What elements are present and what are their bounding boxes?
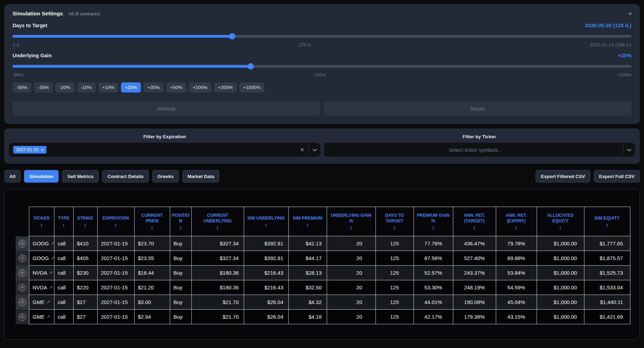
column-label: DAYS TO TARGET [378,213,412,224]
ticker-link[interactable]: GME↗ [33,299,50,305]
column-label: PREMIUM GAIN % [416,213,451,224]
sort-icon[interactable]: ▲▼ [265,223,267,228]
underlying-gain-slider[interactable] [13,63,631,69]
column-header-ann-ret-target[interactable]: ANN. RET. (TARGET)▲▼ [453,207,496,236]
column-header-allocated-equity[interactable]: ALLOCATED EQUITY▲▼ [537,207,584,236]
expiration-tag: 2027-01-15 ✕ [13,146,46,154]
clear-filter-icon[interactable]: ✕ [300,147,304,153]
sort-icon[interactable]: ▲▼ [393,226,396,230]
sort-icon[interactable]: ▲▼ [606,223,608,228]
ticker-link[interactable]: NVDA↗ [33,270,53,276]
column-header-position[interactable]: POSITION▲▼ [170,207,191,236]
preset-1000[interactable]: +1000% [240,82,265,92]
export-full-csv-button[interactable]: Export Full CSV [594,170,640,183]
cell-ann_ret_expiry: 45.04% [496,295,537,310]
tab-contract-details[interactable]: Contract Details [102,170,149,183]
ticker-link[interactable]: GME↗ [33,314,50,320]
sort-icon[interactable]: ▲▼ [306,223,309,228]
column-header-ticker[interactable]: TICKER▲▼ [29,207,54,236]
column-header-sim-premium[interactable]: SIM PREMIUM▲▼ [288,207,327,236]
cell-strike: $230 [73,266,97,280]
expand-row-button[interactable]: + [18,254,26,262]
plus-icon: + [20,285,24,290]
expand-row-button[interactable]: + [18,284,26,291]
cell-sim_underlying: $392.81 [244,236,288,251]
preset-10[interactable]: +10% [98,82,118,92]
export-filtered-csv-button[interactable]: Export Filtered CSV [536,170,590,183]
cell-type: call [54,310,73,324]
expand-row-button[interactable]: + [18,313,26,321]
remove-tag-icon[interactable]: ✕ [41,148,44,152]
tab-greeks[interactable]: Greeks [152,170,179,183]
ticker-link[interactable]: GOOG↗ [33,240,55,246]
column-header-current-prem[interactable]: CURRENT PREM▲▼ [134,207,170,236]
table-row: +NVDA↗call$2302027-01-15$18.44Buy$180.36… [16,266,630,280]
column-header-expiration[interactable]: EXPIRATION▲▼ [97,207,134,236]
ticker-link[interactable]: GOOG↗ [33,255,55,261]
column-header-current-underlying[interactable]: CURRENT UNDERLYING▲▼ [191,207,244,236]
tab-simulation[interactable]: Simulation [24,170,59,183]
column-header-ann-ret-expiry[interactable]: ANN. RET. (EXPIRY)▲▼ [496,207,537,236]
slider-thumb[interactable] [229,33,235,39]
reset-button[interactable]: Reset [324,102,632,116]
row-gutter: + [16,236,29,251]
preset-20[interactable]: -20% [55,82,74,92]
preset-20[interactable]: +20% [121,82,141,92]
column-label: ALLOCATED EQUITY [539,213,582,224]
sort-icon[interactable]: ▲▼ [151,226,153,230]
tab-all[interactable]: All [4,170,21,183]
preset-10[interactable]: -10% [77,82,96,92]
collapse-chevron-icon[interactable] [629,11,632,15]
cell-ann_ret_expiry: 53.84% [496,266,537,280]
sort-icon[interactable]: ▲▼ [432,226,434,230]
preset-50[interactable]: +50% [166,82,186,92]
expand-row-button[interactable]: + [18,269,26,277]
dropdown-chevron-icon[interactable] [627,147,631,151]
slider-track[interactable] [13,35,631,38]
tab-market-data[interactable]: Market Data [182,170,220,183]
preset-200[interactable]: +200% [214,82,236,92]
cell-current_prem: $2.94 [134,310,170,324]
sort-icon[interactable]: ▲▼ [115,223,117,228]
cell-sim_premium: $44.17 [288,251,327,266]
preset-35[interactable]: -35% [34,82,53,92]
page: Simulation Settings All (6 contracts) Da… [0,0,644,344]
column-header-underlying-gain[interactable]: UNDERLYING GAIN %▲▼ [327,207,376,236]
sort-icon[interactable]: ▲▼ [84,223,86,228]
preset-100[interactable]: +100% [189,82,211,92]
expand-row-button[interactable]: + [18,240,26,247]
column-header-days-to-target[interactable]: DAYS TO TARGET▲▼ [376,207,414,236]
preset-35[interactable]: +35% [144,82,164,92]
column-header-type[interactable]: TYPE▲▼ [54,207,73,236]
cell-premium_gain_pct: 53.30% [414,280,453,295]
cell-sim_equity: $1,421.69 [584,310,630,324]
expiration-select[interactable]: 2027-01-15 ✕ ✕ [9,143,320,157]
sort-icon[interactable]: ▲▼ [559,226,562,230]
external-link-icon: ↗ [46,314,50,319]
column-header-sim-equity[interactable]: SIM EQUITY▲▼ [584,207,630,236]
slider-track[interactable] [13,65,631,68]
expand-row-button[interactable]: + [18,298,26,306]
sort-icon[interactable]: ▲▼ [217,226,219,230]
column-header-sim-underlying[interactable]: SIM UNDERLYING▲▼ [244,207,288,236]
cell-underlying_gain_pct: 20 [327,236,376,251]
ticker-link[interactable]: NVDA↗ [33,284,53,290]
contracts-count: All (6 contracts) [69,11,100,16]
ticker-select[interactable]: Select ticker symbols... [324,143,635,157]
refresh-button[interactable]: Refresh [13,102,320,116]
row-gutter: + [16,280,29,295]
preset-50[interactable]: -50% [13,82,31,92]
sort-icon[interactable]: ▲▼ [515,226,517,230]
cell-sim_underlying: $26.04 [244,295,288,310]
sort-icon[interactable]: ▲▼ [350,226,353,230]
dropdown-chevron-icon[interactable] [312,147,317,151]
sort-icon[interactable]: ▲▼ [40,223,43,228]
sort-icon[interactable]: ▲▼ [180,226,182,230]
sort-icon[interactable]: ▲▼ [473,226,476,230]
days-to-target-slider[interactable] [13,33,631,39]
sort-icon[interactable]: ▲▼ [62,223,65,228]
column-header-strike[interactable]: STRIKE▲▼ [73,207,97,236]
tab-sell-metrics[interactable]: Sell Metrics [62,170,99,183]
column-header-premium-gain[interactable]: PREMIUM GAIN %▲▼ [414,207,453,236]
slider-thumb[interactable] [248,63,254,69]
